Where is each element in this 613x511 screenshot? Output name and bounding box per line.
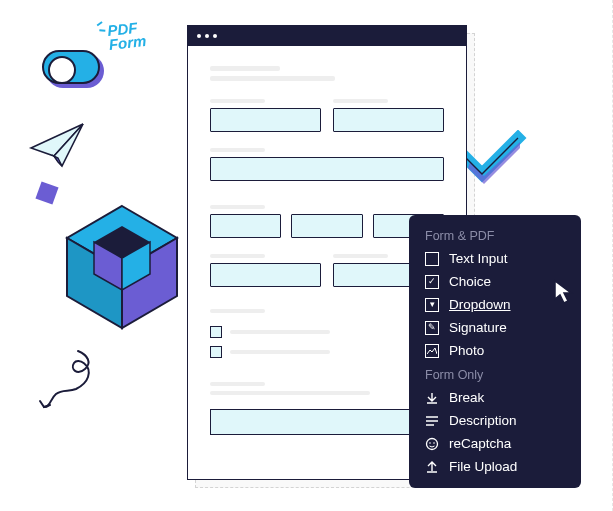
- checkbox-label: [230, 330, 330, 334]
- menu-item-description[interactable]: Description: [409, 409, 581, 432]
- menu-item-label: reCaptcha: [449, 436, 511, 451]
- field-label: [210, 254, 265, 258]
- recaptcha-icon: [425, 437, 439, 451]
- signature-icon: ✎: [425, 321, 439, 335]
- field-label: [210, 99, 265, 103]
- text-input-field[interactable]: [210, 108, 321, 132]
- placeholder-line: [210, 66, 280, 71]
- break-icon: [425, 391, 439, 405]
- file-upload-icon: [425, 460, 439, 474]
- placeholder-line: [210, 391, 370, 395]
- placeholder-line: [210, 76, 335, 81]
- window-dot: [205, 34, 209, 38]
- menu-section-header: Form Only: [409, 366, 581, 386]
- menu-item-label: Text Input: [449, 251, 508, 266]
- pdf-form-handwritten-label: PDF Form: [107, 20, 147, 51]
- svg-point-11: [433, 442, 435, 444]
- decorative-checkmark-icon: [460, 130, 530, 190]
- menu-item-photo[interactable]: Photo: [409, 339, 581, 362]
- field-label: [210, 205, 265, 209]
- decorative-cube: [62, 200, 197, 335]
- menu-item-signature[interactable]: ✎ Signature: [409, 316, 581, 339]
- menu-item-label: Signature: [449, 320, 507, 335]
- paper-plane-icon: [28, 118, 88, 170]
- field-type-menu: Form & PDF Text Input ✓ Choice ▾ Dropdow…: [409, 215, 581, 488]
- menu-item-break[interactable]: Break: [409, 386, 581, 409]
- menu-item-choice[interactable]: ✓ Choice: [409, 270, 581, 293]
- photo-icon: [425, 344, 439, 358]
- menu-item-recaptcha[interactable]: reCaptcha: [409, 432, 581, 455]
- menu-item-label: Break: [449, 390, 484, 405]
- choice-icon: ✓: [425, 275, 439, 289]
- field-label: [333, 254, 388, 258]
- menu-item-label: File Upload: [449, 459, 517, 474]
- text-input-field[interactable]: [210, 157, 444, 181]
- menu-item-file-upload[interactable]: File Upload: [409, 455, 581, 478]
- field-label: [333, 99, 388, 103]
- window-dot: [213, 34, 217, 38]
- menu-item-label: Choice: [449, 274, 491, 289]
- field-label: [210, 309, 265, 313]
- checkbox-label: [230, 350, 330, 354]
- decorative-chip: [35, 181, 58, 204]
- menu-item-dropdown[interactable]: ▾ Dropdown: [409, 293, 581, 316]
- menu-item-text-input[interactable]: Text Input: [409, 247, 581, 270]
- dropdown-icon: ▾: [425, 298, 439, 312]
- text-input-icon: [425, 252, 439, 266]
- field-label: [210, 382, 265, 386]
- svg-point-10: [429, 442, 431, 444]
- text-input-field[interactable]: [210, 214, 281, 238]
- menu-item-label: Photo: [449, 343, 484, 358]
- svg-point-9: [427, 438, 438, 449]
- description-icon: [425, 414, 439, 428]
- window-titlebar: [188, 26, 466, 46]
- checkbox-input[interactable]: [210, 326, 222, 338]
- text-input-field[interactable]: [210, 263, 321, 287]
- text-input-field[interactable]: [333, 108, 444, 132]
- menu-section-header: Form & PDF: [409, 227, 581, 247]
- window-dot: [197, 34, 201, 38]
- menu-item-label: Dropdown: [449, 297, 511, 312]
- decorative-toggle: [42, 50, 100, 84]
- decorative-squiggle: [30, 345, 120, 435]
- text-input-field[interactable]: [291, 214, 362, 238]
- field-label: [210, 148, 265, 152]
- menu-item-label: Description: [449, 413, 517, 428]
- checkbox-input[interactable]: [210, 346, 222, 358]
